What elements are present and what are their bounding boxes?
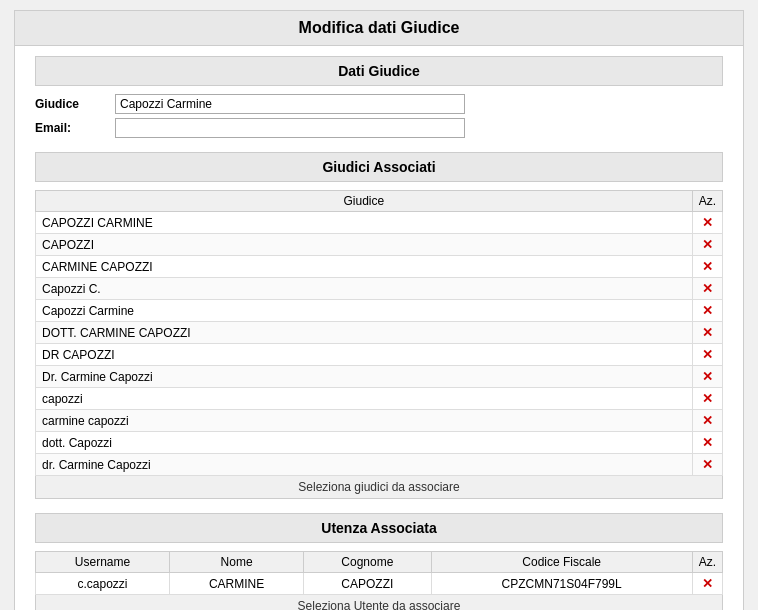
delete-cell: ✕ — [692, 344, 722, 366]
delete-cell: ✕ — [692, 256, 722, 278]
table-row: CAPOZZI ✕ — [36, 234, 723, 256]
col-az-header: Az. — [692, 191, 722, 212]
giudice-input[interactable] — [115, 94, 465, 114]
email-row: Email: — [35, 118, 723, 138]
table-row: CARMINE CAPOZZI ✕ — [36, 256, 723, 278]
delete-icon[interactable]: ✕ — [702, 435, 713, 450]
delete-cell: ✕ — [692, 322, 722, 344]
col-nome-header: Nome — [170, 552, 304, 573]
delete-cell: ✕ — [692, 278, 722, 300]
table-row: capozzi ✕ — [36, 388, 723, 410]
giudice-name-cell: DR CAPOZZI — [36, 344, 693, 366]
delete-icon[interactable]: ✕ — [702, 237, 713, 252]
giudici-associati-header: Giudici Associati — [35, 152, 723, 182]
giudice-label: Giudice — [35, 97, 115, 111]
email-label: Email: — [35, 121, 115, 135]
giudice-name-cell: dr. Carmine Capozzi — [36, 454, 693, 476]
delete-icon[interactable]: ✕ — [702, 259, 713, 274]
table-row: dr. Carmine Capozzi ✕ — [36, 454, 723, 476]
giudice-name-cell: Capozzi Carmine — [36, 300, 693, 322]
email-input[interactable] — [115, 118, 465, 138]
delete-icon[interactable]: ✕ — [702, 215, 713, 230]
delete-icon[interactable]: ✕ — [702, 303, 713, 318]
table-row: carmine capozzi ✕ — [36, 410, 723, 432]
giudice-name-cell: capozzi — [36, 388, 693, 410]
giudice-name-cell: CAPOZZI CARMINE — [36, 212, 693, 234]
giudice-name-cell: CARMINE CAPOZZI — [36, 256, 693, 278]
giudici-associati-table: Giudice Az. CAPOZZI CARMINE ✕ CAPOZZI ✕ … — [35, 190, 723, 499]
delete-cell: ✕ — [692, 388, 722, 410]
delete-cell: ✕ — [692, 454, 722, 476]
delete-utenza-cell: ✕ — [692, 573, 722, 595]
seleziona-utente-row[interactable]: Seleziona Utente da associare — [36, 595, 723, 611]
giudice-name-cell: carmine capozzi — [36, 410, 693, 432]
utenza-associata-section: Utenza Associata Username Nome Cognome C… — [35, 513, 723, 610]
delete-cell: ✕ — [692, 432, 722, 454]
delete-cell: ✕ — [692, 234, 722, 256]
col-giudice-header: Giudice — [36, 191, 693, 212]
giudice-name-cell: CAPOZZI — [36, 234, 693, 256]
delete-cell: ✕ — [692, 300, 722, 322]
delete-icon[interactable]: ✕ — [702, 347, 713, 362]
delete-icon[interactable]: ✕ — [702, 325, 713, 340]
table-row: Capozzi C. ✕ — [36, 278, 723, 300]
giudici-associati-section: Giudici Associati Giudice Az. CAPOZZI CA… — [35, 152, 723, 499]
table-row: Dr. Carmine Capozzi ✕ — [36, 366, 723, 388]
seleziona-utente-label[interactable]: Seleziona Utente da associare — [36, 595, 723, 611]
utenza-associata-header: Utenza Associata — [35, 513, 723, 543]
giudice-name-cell: DOTT. CARMINE CAPOZZI — [36, 322, 693, 344]
dati-giudice-header: Dati Giudice — [35, 56, 723, 86]
username-cell: c.capozzi — [36, 573, 170, 595]
delete-cell: ✕ — [692, 410, 722, 432]
page-title: Modifica dati Giudice — [15, 11, 743, 46]
col-codice-fiscale-header: Codice Fiscale — [431, 552, 692, 573]
delete-icon[interactable]: ✕ — [702, 281, 713, 296]
giudice-name-cell: Capozzi C. — [36, 278, 693, 300]
nome-cell: CARMINE — [170, 573, 304, 595]
table-row: CAPOZZI CARMINE ✕ — [36, 212, 723, 234]
codice-fiscale-cell: CPZCMN71S04F799L — [431, 573, 692, 595]
table-row: Capozzi Carmine ✕ — [36, 300, 723, 322]
delete-cell: ✕ — [692, 366, 722, 388]
col-username-header: Username — [36, 552, 170, 573]
seleziona-giudici-row[interactable]: Seleziona giudici da associare — [36, 476, 723, 499]
utenza-associata-table: Username Nome Cognome Codice Fiscale Az.… — [35, 551, 723, 610]
delete-icon[interactable]: ✕ — [702, 391, 713, 406]
dati-giudice-section: Dati Giudice Giudice Email: — [35, 56, 723, 138]
giudice-row: Giudice — [35, 94, 723, 114]
giudice-name-cell: dott. Capozzi — [36, 432, 693, 454]
seleziona-giudici-label[interactable]: Seleziona giudici da associare — [36, 476, 723, 499]
delete-cell: ✕ — [692, 212, 722, 234]
delete-icon[interactable]: ✕ — [702, 413, 713, 428]
table-row: c.capozzi CARMINE CAPOZZI CPZCMN71S04F79… — [36, 573, 723, 595]
table-row: DR CAPOZZI ✕ — [36, 344, 723, 366]
delete-icon[interactable]: ✕ — [702, 457, 713, 472]
cognome-cell: CAPOZZI — [304, 573, 432, 595]
table-row: dott. Capozzi ✕ — [36, 432, 723, 454]
delete-utenza-icon[interactable]: ✕ — [702, 576, 713, 591]
content-area: Dati Giudice Giudice Email: Giudici Asso… — [15, 46, 743, 610]
main-container: Modifica dati Giudice Dati Giudice Giudi… — [14, 10, 744, 610]
giudice-name-cell: Dr. Carmine Capozzi — [36, 366, 693, 388]
col-cognome-header: Cognome — [304, 552, 432, 573]
col-az-utenza-header: Az. — [692, 552, 722, 573]
delete-icon[interactable]: ✕ — [702, 369, 713, 384]
table-row: DOTT. CARMINE CAPOZZI ✕ — [36, 322, 723, 344]
